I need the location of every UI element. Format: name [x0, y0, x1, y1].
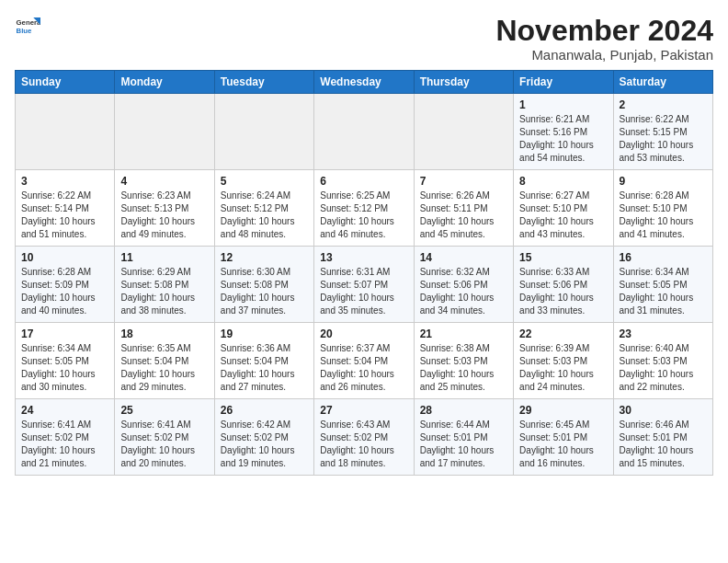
day-info: Sunrise: 6:41 AMSunset: 5:02 PMDaylight:…	[120, 419, 208, 470]
title-area: November 2024 Mananwala, Punjab, Pakista…	[495, 15, 713, 63]
day-info: Sunrise: 6:44 AMSunset: 5:01 PMDaylight:…	[420, 419, 507, 470]
day-info: Sunrise: 6:41 AMSunset: 5:02 PMDaylight:…	[21, 419, 108, 470]
calendar-cell: 24Sunrise: 6:41 AMSunset: 5:02 PMDayligh…	[16, 399, 115, 476]
calendar: SundayMondayTuesdayWednesdayThursdayFrid…	[15, 70, 713, 476]
day-info: Sunrise: 6:28 AMSunset: 5:09 PMDaylight:…	[21, 266, 108, 317]
calendar-week-row: 1Sunrise: 6:21 AMSunset: 5:16 PMDaylight…	[16, 94, 713, 170]
calendar-week-row: 24Sunrise: 6:41 AMSunset: 5:02 PMDayligh…	[16, 399, 713, 476]
calendar-cell: 13Sunrise: 6:31 AMSunset: 5:07 PMDayligh…	[314, 247, 414, 323]
calendar-cell: 17Sunrise: 6:34 AMSunset: 5:05 PMDayligh…	[16, 323, 115, 399]
calendar-cell: 27Sunrise: 6:43 AMSunset: 5:02 PMDayligh…	[314, 399, 414, 476]
day-number: 9	[620, 175, 707, 188]
day-info: Sunrise: 6:24 AMSunset: 5:12 PMDaylight:…	[221, 190, 308, 241]
day-number: 6	[320, 175, 407, 188]
day-number: 15	[519, 251, 607, 264]
day-info: Sunrise: 6:22 AMSunset: 5:15 PMDaylight:…	[620, 113, 707, 165]
header: General Blue November 2024 Mananwala, Pu…	[15, 15, 713, 63]
day-info: Sunrise: 6:27 AMSunset: 5:10 PMDaylight:…	[519, 190, 607, 241]
day-info: Sunrise: 6:45 AMSunset: 5:01 PMDaylight:…	[519, 419, 607, 470]
day-info: Sunrise: 6:39 AMSunset: 5:03 PMDaylight:…	[519, 342, 607, 394]
calendar-cell: 8Sunrise: 6:27 AMSunset: 5:10 PMDaylight…	[514, 170, 613, 247]
page-subtitle: Mananwala, Punjab, Pakistan	[495, 47, 713, 63]
logo-icon: General Blue	[15, 15, 40, 40]
logo: General Blue	[15, 15, 40, 40]
calendar-cell: 25Sunrise: 6:41 AMSunset: 5:02 PMDayligh…	[115, 399, 214, 476]
weekday-header: Friday	[514, 71, 613, 94]
day-number: 16	[620, 251, 707, 264]
day-number: 24	[21, 404, 108, 417]
day-number: 26	[221, 404, 308, 417]
day-info: Sunrise: 6:40 AMSunset: 5:03 PMDaylight:…	[620, 342, 707, 394]
calendar-cell	[214, 94, 313, 170]
calendar-cell: 26Sunrise: 6:42 AMSunset: 5:02 PMDayligh…	[214, 399, 313, 476]
day-info: Sunrise: 6:42 AMSunset: 5:02 PMDaylight:…	[221, 419, 308, 470]
day-number: 12	[221, 251, 308, 264]
weekday-header: Wednesday	[314, 71, 414, 94]
calendar-header: SundayMondayTuesdayWednesdayThursdayFrid…	[16, 71, 713, 94]
day-info: Sunrise: 6:34 AMSunset: 5:05 PMDaylight:…	[21, 342, 108, 394]
calendar-cell: 6Sunrise: 6:25 AMSunset: 5:12 PMDaylight…	[314, 170, 414, 247]
calendar-cell: 2Sunrise: 6:22 AMSunset: 5:15 PMDaylight…	[613, 94, 712, 170]
calendar-cell: 16Sunrise: 6:34 AMSunset: 5:05 PMDayligh…	[613, 247, 712, 323]
day-number: 8	[519, 175, 607, 188]
svg-text:Blue: Blue	[17, 27, 33, 35]
day-info: Sunrise: 6:46 AMSunset: 5:01 PMDaylight:…	[620, 419, 707, 470]
calendar-cell	[16, 94, 115, 170]
calendar-cell: 23Sunrise: 6:40 AMSunset: 5:03 PMDayligh…	[613, 323, 712, 399]
calendar-cell: 21Sunrise: 6:38 AMSunset: 5:03 PMDayligh…	[414, 323, 513, 399]
calendar-cell: 7Sunrise: 6:26 AMSunset: 5:11 PMDaylight…	[414, 170, 513, 247]
calendar-cell	[115, 94, 214, 170]
day-info: Sunrise: 6:28 AMSunset: 5:10 PMDaylight:…	[620, 190, 707, 241]
calendar-cell: 1Sunrise: 6:21 AMSunset: 5:16 PMDaylight…	[514, 94, 613, 170]
calendar-cell: 30Sunrise: 6:46 AMSunset: 5:01 PMDayligh…	[613, 399, 712, 476]
weekday-header: Tuesday	[214, 71, 313, 94]
calendar-cell: 9Sunrise: 6:28 AMSunset: 5:10 PMDaylight…	[613, 170, 712, 247]
calendar-cell	[314, 94, 414, 170]
day-info: Sunrise: 6:22 AMSunset: 5:14 PMDaylight:…	[21, 190, 108, 241]
calendar-cell: 28Sunrise: 6:44 AMSunset: 5:01 PMDayligh…	[414, 399, 513, 476]
day-number: 18	[120, 327, 208, 340]
calendar-week-row: 17Sunrise: 6:34 AMSunset: 5:05 PMDayligh…	[16, 323, 713, 399]
calendar-cell: 5Sunrise: 6:24 AMSunset: 5:12 PMDaylight…	[214, 170, 313, 247]
calendar-week-row: 3Sunrise: 6:22 AMSunset: 5:14 PMDaylight…	[16, 170, 713, 247]
day-number: 19	[221, 327, 308, 340]
calendar-cell	[414, 94, 513, 170]
page-title: November 2024	[495, 15, 713, 47]
day-number: 17	[21, 327, 108, 340]
day-number: 3	[21, 175, 108, 188]
day-number: 22	[519, 327, 607, 340]
weekday-header: Monday	[115, 71, 214, 94]
day-info: Sunrise: 6:30 AMSunset: 5:08 PMDaylight:…	[221, 266, 308, 317]
day-info: Sunrise: 6:34 AMSunset: 5:05 PMDaylight:…	[620, 266, 707, 317]
calendar-cell: 10Sunrise: 6:28 AMSunset: 5:09 PMDayligh…	[16, 247, 115, 323]
day-info: Sunrise: 6:33 AMSunset: 5:06 PMDaylight:…	[519, 266, 607, 317]
day-number: 21	[420, 327, 507, 340]
day-number: 11	[120, 251, 208, 264]
weekday-row: SundayMondayTuesdayWednesdayThursdayFrid…	[16, 71, 713, 94]
weekday-header: Saturday	[613, 71, 712, 94]
calendar-cell: 4Sunrise: 6:23 AMSunset: 5:13 PMDaylight…	[115, 170, 214, 247]
day-info: Sunrise: 6:29 AMSunset: 5:08 PMDaylight:…	[120, 266, 208, 317]
day-number: 27	[320, 404, 407, 417]
day-info: Sunrise: 6:25 AMSunset: 5:12 PMDaylight:…	[320, 190, 407, 241]
weekday-header: Sunday	[16, 71, 115, 94]
calendar-week-row: 10Sunrise: 6:28 AMSunset: 5:09 PMDayligh…	[16, 247, 713, 323]
day-number: 7	[420, 175, 507, 188]
weekday-header: Thursday	[414, 71, 513, 94]
calendar-cell: 18Sunrise: 6:35 AMSunset: 5:04 PMDayligh…	[115, 323, 214, 399]
calendar-cell: 14Sunrise: 6:32 AMSunset: 5:06 PMDayligh…	[414, 247, 513, 323]
day-info: Sunrise: 6:32 AMSunset: 5:06 PMDaylight:…	[420, 266, 507, 317]
day-number: 14	[420, 251, 507, 264]
day-number: 13	[320, 251, 407, 264]
day-number: 10	[21, 251, 108, 264]
day-info: Sunrise: 6:37 AMSunset: 5:04 PMDaylight:…	[320, 342, 407, 394]
day-info: Sunrise: 6:36 AMSunset: 5:04 PMDaylight:…	[221, 342, 308, 394]
calendar-cell: 12Sunrise: 6:30 AMSunset: 5:08 PMDayligh…	[214, 247, 313, 323]
day-number: 1	[519, 98, 607, 111]
day-info: Sunrise: 6:23 AMSunset: 5:13 PMDaylight:…	[120, 190, 208, 241]
day-number: 5	[221, 175, 308, 188]
day-number: 25	[120, 404, 208, 417]
day-info: Sunrise: 6:35 AMSunset: 5:04 PMDaylight:…	[120, 342, 208, 394]
day-info: Sunrise: 6:31 AMSunset: 5:07 PMDaylight:…	[320, 266, 407, 317]
day-number: 2	[620, 98, 707, 111]
